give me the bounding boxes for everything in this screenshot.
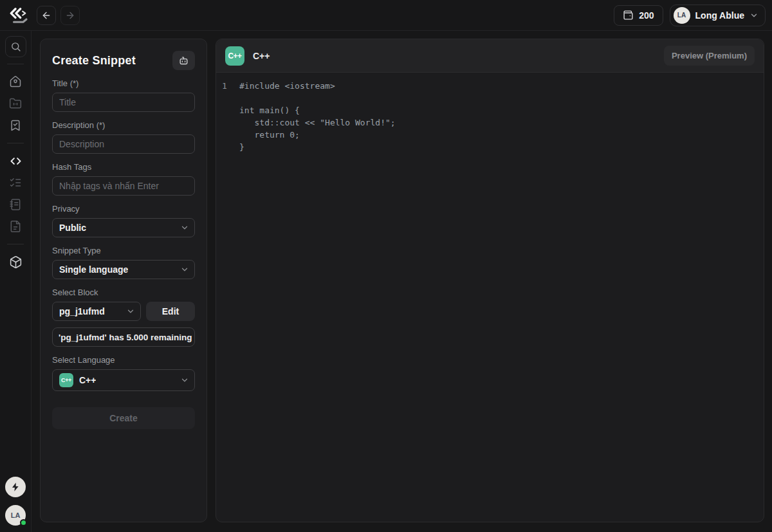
block-remaining-info: 'pg_j1ufmd' has 5.000 remaining c [52, 327, 195, 347]
cpp-language-icon: C++ [225, 46, 244, 66]
code-editor-area[interactable]: 1 #include <iostream> int main() { std::… [216, 73, 764, 153]
sidebar-item-bookmarks[interactable] [4, 115, 27, 136]
chevron-down-icon [749, 11, 758, 20]
user-avatar: LA [674, 7, 690, 24]
sidebar-item-projects[interactable] [4, 93, 27, 115]
block-select[interactable]: pg_j1ufmd [52, 302, 141, 321]
chevron-down-icon [126, 307, 135, 316]
notebook-icon [9, 198, 22, 211]
editor-language-label: C++ [253, 51, 270, 61]
user-menu-button[interactable]: LA Long Ablue [670, 5, 766, 26]
snippet-type-label: Snippet Type [52, 246, 195, 255]
code-editor-panel: C++ C++ Preview (Premium) 1 #include <io… [216, 39, 764, 522]
chevron-down-icon [180, 265, 189, 274]
rail-divider [7, 64, 24, 64]
bookmark-check-icon [9, 119, 22, 132]
language-value: C++ [79, 375, 96, 385]
ai-assistant-button[interactable] [172, 51, 195, 70]
home-icon [9, 75, 22, 88]
block-value: pg_j1ufmd [59, 306, 105, 316]
top-bar: 200 LA Long Ablue [0, 0, 772, 31]
bot-icon [178, 55, 189, 66]
sidebar-item-snippets-active[interactable] [4, 150, 27, 172]
description-label: Description (*) [52, 120, 195, 130]
preview-premium-button[interactable]: Preview (Premium) [664, 46, 755, 66]
description-input[interactable] [52, 134, 195, 154]
document-icon [9, 220, 22, 233]
avatar-initials: LA [11, 511, 21, 519]
privacy-label: Privacy [52, 204, 195, 214]
boost-button[interactable] [5, 477, 26, 497]
title-label: Title (*) [52, 78, 195, 88]
sidebar-item-notebook[interactable] [4, 194, 27, 216]
arrow-right-icon [65, 10, 75, 21]
snippet-type-value: Single language [59, 264, 128, 275]
cpp-language-icon: C++ [59, 373, 73, 387]
app-logo-icon[interactable] [6, 5, 32, 26]
select-block-label: Select Block [52, 288, 195, 297]
arrow-left-icon [41, 10, 51, 21]
editor-header: C++ C++ Preview (Premium) [216, 39, 764, 73]
sidebar-item-home[interactable] [4, 71, 27, 93]
search-button[interactable] [5, 36, 26, 57]
back-button[interactable] [37, 6, 56, 25]
sidebar-item-tasks[interactable] [4, 172, 27, 194]
sidebar-item-documents[interactable] [4, 216, 27, 237]
select-language-label: Select Language [52, 355, 195, 365]
wallet-balance-button[interactable]: 200 [614, 5, 663, 26]
chevron-down-icon [180, 223, 189, 232]
title-input[interactable] [52, 93, 195, 112]
chevron-down-icon [180, 376, 189, 385]
privacy-value: Public [59, 223, 86, 233]
rail-divider [7, 244, 24, 244]
online-status-dot [20, 519, 27, 526]
profile-avatar[interactable]: LA [5, 505, 26, 526]
hashtags-label: Hash Tags [52, 162, 195, 172]
create-snippet-panel: Create Snippet Title (*) Description (*)… [40, 39, 207, 522]
wallet-icon [623, 10, 634, 21]
folder-icon [9, 97, 22, 110]
language-select[interactable]: C++ C++ [52, 369, 195, 391]
code-content: #include <iostream> int main() { std::co… [239, 80, 396, 153]
privacy-select[interactable]: Public [52, 218, 195, 237]
user-name: Long Ablue [695, 10, 744, 21]
zap-icon [10, 482, 21, 492]
edit-block-button[interactable]: Edit [146, 302, 195, 321]
forward-button[interactable] [60, 6, 80, 25]
code-icon [9, 154, 23, 168]
hashtags-input[interactable] [52, 176, 195, 196]
checklist-icon [9, 176, 22, 189]
line-number-gutter: 1 [216, 80, 239, 153]
search-icon [10, 41, 21, 52]
snippet-type-select[interactable]: Single language [52, 260, 195, 279]
create-button[interactable]: Create [52, 407, 195, 429]
panel-title: Create Snippet [52, 54, 136, 68]
left-icon-rail: LA [0, 31, 32, 532]
rail-divider [7, 143, 24, 143]
sidebar-item-packages[interactable] [4, 251, 27, 273]
package-icon [9, 255, 23, 269]
wallet-count: 200 [639, 10, 654, 21]
